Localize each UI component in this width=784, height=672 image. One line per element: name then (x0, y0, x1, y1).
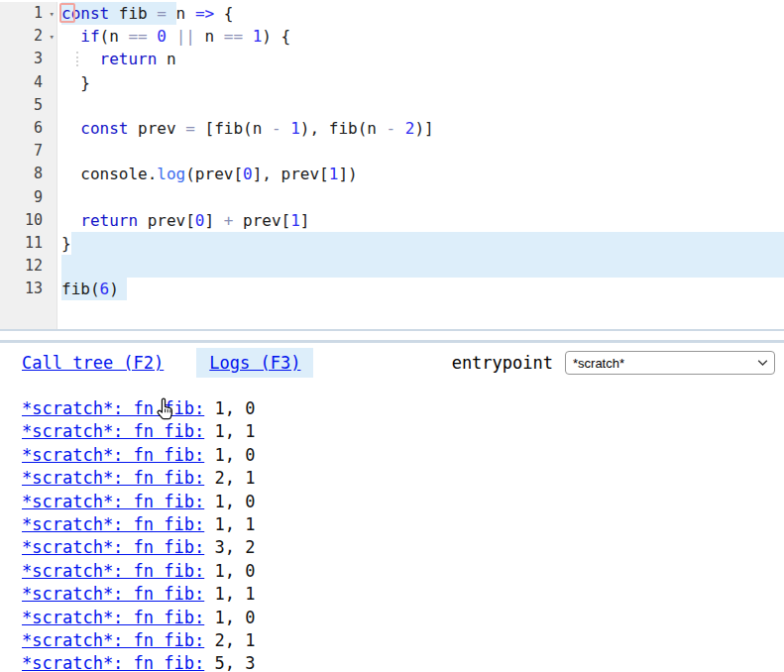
fold-arrow-icon[interactable]: ▾ (50, 3, 55, 26)
log-row: *scratch*: fn fib: 1, 0 (22, 491, 775, 513)
line-number: 9 (0, 186, 57, 209)
code-text: const fib = n => { (61, 4, 233, 23)
cursor-position-box (59, 3, 75, 23)
log-link[interactable]: *scratch*: fn fib: (22, 421, 204, 441)
code-line[interactable] (57, 140, 784, 163)
log-args: 1, 0 (214, 445, 255, 465)
log-args: 3, 2 (214, 537, 255, 557)
log-link[interactable]: *scratch*: fn fib: (22, 608, 204, 627)
line-number: 1▾ (0, 2, 57, 25)
pointer-hand-cursor (154, 396, 175, 423)
evaluated-region-highlight (61, 255, 784, 278)
line-number: 4 (0, 71, 57, 94)
code-line-row: 7 (0, 140, 784, 163)
code-line-row: 9 (0, 186, 784, 209)
code-text: } (61, 234, 71, 253)
code-text: return prev[0] + prev[1] (61, 211, 309, 230)
log-link[interactable]: *scratch*: fn fib: (22, 468, 204, 488)
log-args: 1, 0 (214, 398, 255, 418)
log-row: *scratch*: fn fib: 1, 0 (22, 560, 775, 583)
fold-arrow-icon[interactable]: ▾ (50, 26, 55, 49)
editor-empty-area[interactable] (57, 300, 784, 329)
code-line[interactable] (57, 255, 784, 278)
code-line-row: 13fib(6) (0, 278, 784, 300)
code-line-row: 10 return prev[0] + prev[1] (0, 209, 784, 232)
code-line[interactable] (57, 186, 784, 209)
log-args: 2, 1 (214, 630, 255, 650)
line-number: 2▾ (0, 25, 57, 48)
log-link[interactable]: *scratch*: fn fib: (22, 492, 204, 511)
entrypoint-select[interactable]: *scratch* (565, 351, 775, 375)
ide-app: 1▾const fib = n => {2▾ if(n == 0 || n ==… (0, 0, 784, 672)
code-line[interactable]: if(n == 0 || n == 1) { (57, 25, 784, 48)
line-number: 8 (0, 163, 57, 185)
line-number: 3 (0, 48, 57, 70)
code-line[interactable]: const fib = n => { (57, 2, 784, 25)
debugger-panel: Call tree (F2) Logs (F3) entrypoint *scr… (0, 340, 784, 672)
log-link[interactable]: *scratch*: fn fib: (22, 514, 204, 534)
log-link[interactable]: *scratch*: fn fib: (22, 584, 204, 604)
log-link[interactable]: *scratch*: fn fib: (22, 561, 204, 581)
log-row: *scratch*: fn fib: 1, 0 (22, 607, 775, 629)
panel-header: Call tree (F2) Logs (F3) entrypoint *scr… (12, 348, 775, 378)
tab-logs[interactable]: Logs (F3) (196, 348, 313, 378)
log-row: *scratch*: fn fib: 5, 3 (22, 652, 775, 672)
code-line[interactable]: fib(6) (57, 278, 784, 300)
line-number: 11 (0, 232, 57, 255)
log-args: 1, 1 (214, 421, 255, 441)
log-link[interactable]: *scratch*: fn fib: (22, 445, 204, 465)
code-line[interactable]: } (57, 71, 784, 94)
line-number: 10 (0, 209, 57, 232)
code-line-row: 4 } (0, 71, 784, 94)
log-row: *scratch*: fn fib: 3, 2 (22, 536, 775, 559)
log-row: *scratch*: fn fib: 1, 1 (22, 420, 775, 443)
panel-divider (0, 331, 784, 340)
log-link[interactable]: *scratch*: fn fib: (22, 630, 204, 650)
entrypoint-label: entrypoint (452, 353, 553, 373)
code-text: const prev = [fib(n - 1), fib(n - 2)] (61, 119, 434, 138)
log-row: *scratch*: fn fib: 2, 1 (22, 467, 775, 490)
logs-list: *scratch*: fn fib: 1, 0*scratch*: fn fib… (22, 397, 775, 672)
code-line-row: 3 return n (0, 48, 784, 70)
log-row: *scratch*: fn fib: 1, 0 (22, 397, 775, 420)
code-line[interactable]: } (57, 232, 784, 255)
gutter-filler (0, 300, 57, 329)
log-args: 1, 0 (214, 561, 255, 581)
code-line[interactable]: return n (57, 48, 784, 70)
code-line-row: 12 (0, 255, 784, 278)
line-number: 6 (0, 117, 57, 140)
line-number: 5 (0, 94, 57, 117)
code-line-row: 5 (0, 94, 784, 117)
entrypoint-group: entrypoint *scratch* (452, 351, 775, 375)
code-text: console.log(prev[0], prev[1]) (61, 165, 358, 183)
evaluated-region-highlight (71, 232, 784, 255)
entrypoint-select-wrap: *scratch* (565, 351, 775, 375)
log-link[interactable]: *scratch*: fn fib: (22, 398, 204, 418)
code-text: return n (61, 50, 176, 68)
tab-call-tree[interactable]: Call tree (F2) (22, 348, 164, 378)
code-line[interactable] (57, 94, 784, 117)
log-args: 5, 3 (214, 653, 255, 672)
code-line[interactable]: console.log(prev[0], prev[1]) (57, 163, 784, 185)
log-row: *scratch*: fn fib: 1, 1 (22, 513, 775, 536)
code-line-row: 6 const prev = [fib(n - 1), fib(n - 2)] (0, 117, 784, 140)
log-link[interactable]: *scratch*: fn fib: (22, 653, 204, 672)
code-line-row: 2▾ if(n == 0 || n == 1) { (0, 25, 784, 48)
log-args: 1, 1 (214, 514, 255, 534)
log-row: *scratch*: fn fib: 1, 1 (22, 583, 775, 606)
code-text: if(n == 0 || n == 1) { (61, 27, 290, 46)
log-args: 1, 0 (214, 492, 255, 511)
code-line[interactable]: return prev[0] + prev[1] (57, 209, 784, 232)
log-row: *scratch*: fn fib: 2, 1 (22, 629, 775, 652)
line-number: 13 (0, 278, 57, 300)
log-link[interactable]: *scratch*: fn fib: (22, 537, 204, 557)
log-args: 1, 0 (214, 608, 255, 627)
code-text: } (61, 73, 90, 92)
code-editor: 1▾const fib = n => {2▾ if(n == 0 || n ==… (0, 0, 784, 331)
line-number: 12 (0, 255, 57, 278)
log-args: 2, 1 (214, 468, 255, 488)
log-row: *scratch*: fn fib: 1, 0 (22, 444, 775, 467)
code-line-row: 11} (0, 232, 784, 255)
log-args: 1, 1 (214, 584, 255, 604)
code-line[interactable]: const prev = [fib(n - 1), fib(n - 2)] (57, 117, 784, 140)
